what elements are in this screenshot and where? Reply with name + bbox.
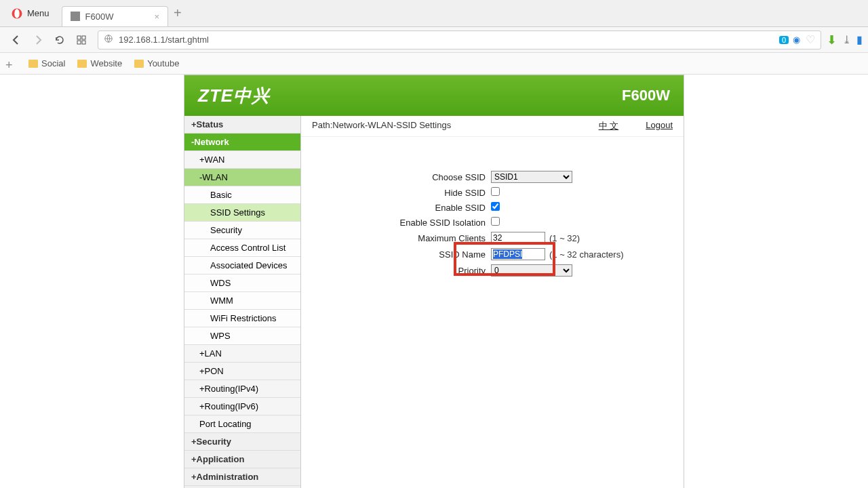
bookmark-youtube[interactable]: Youtube [134,58,179,68]
nav-administration[interactable]: +Administration [184,468,300,486]
browser-tab[interactable]: F600W × [62,6,169,26]
max-clients-label: Maximum Clients [321,233,491,243]
nav-wlan-wmm[interactable]: WMM [184,292,300,310]
nav-lan[interactable]: +LAN [184,345,300,363]
nav-wan[interactable]: +WAN [184,151,300,169]
choose-ssid-label: Choose SSID [321,172,491,182]
nav-wlan-security[interactable]: Security [184,222,300,239]
enable-isolation-checkbox[interactable] [491,217,500,226]
svg-rect-4 [77,41,81,44]
priority-label: Priority [321,266,491,276]
sidebar-panel-icon[interactable]: ▮ [856,33,863,46]
new-tab-button[interactable]: + [174,5,182,21]
lang-link[interactable]: 中 文 [599,120,619,132]
download-small-icon[interactable]: ⤓ [842,33,851,46]
ssid-name-hint: (1 ~ 32 characters) [549,249,623,260]
menu-label: Menu [27,8,50,18]
bookmarks-bar: + Social Website Youtube [0,53,868,75]
enable-isolation-label: Enable SSID Isolation [321,218,491,228]
opera-icon [11,7,23,20]
url-text: 192.168.1.1/start.ghtml [119,35,209,45]
ssid-name-input[interactable]: PFDPSI [491,248,545,260]
logout-link[interactable]: Logout [646,120,673,132]
svg-rect-5 [82,41,85,44]
browser-menu-button[interactable]: Menu [4,5,56,22]
globe-icon [104,34,113,45]
grid-icon [76,35,87,45]
bookmark-website[interactable]: Website [77,58,122,68]
enable-ssid-checkbox[interactable] [491,202,500,211]
url-bar[interactable]: 192.168.1.1/start.ghtml 0 ◉ ♡ [98,30,821,49]
nav-application[interactable]: +Application [184,451,300,468]
nav-routing6[interactable]: +Routing(IPv6) [184,398,300,415]
priority-select[interactable]: 0 [491,264,572,277]
add-bookmark-button[interactable]: + [5,58,16,69]
ssid-name-label: SSID Name [321,249,491,260]
nav-routing4[interactable]: +Routing(IPv4) [184,380,300,398]
nav-wlan-basic[interactable]: Basic [184,186,300,204]
nav-security[interactable]: +Security [184,433,300,451]
nav-network[interactable]: -Network [184,134,300,151]
heart-icon[interactable]: ♡ [806,33,815,46]
nav-port-locating[interactable]: Port Locating [184,415,300,433]
enable-ssid-label: Enable SSID [321,203,491,213]
back-arrow-icon [11,35,22,45]
breadcrumb: Path:Network-WLAN-SSID Settings [312,120,451,132]
tab-favicon [71,12,80,21]
nav-wlan-assoc[interactable]: Associated Devices [184,257,300,274]
nav-pon[interactable]: +PON [184,363,300,380]
nav-status[interactable]: +Status [184,116,300,134]
speed-dial-button[interactable] [72,30,91,49]
tab-title: F600W [85,12,114,22]
folder-icon [28,60,38,68]
bookmark-social[interactable]: Social [28,58,65,68]
forward-arrow-icon [33,35,43,45]
nav-wlan-wifi-restrictions[interactable]: WiFi Restrictions [184,310,300,327]
svg-point-1 [14,9,20,18]
sidebar: +Status -Network +WAN -WLAN Basic SSID S… [184,116,301,488]
svg-rect-2 [77,36,81,39]
browser-tab-bar: Menu F600W × + [0,0,868,27]
nav-wlan-acl[interactable]: Access Control List [184,239,300,257]
content-header: Path:Network-WLAN-SSID Settings 中 文 Logo… [301,116,684,137]
nav-wlan-wps[interactable]: WPS [184,327,300,345]
router-header: ZTE中兴 F600W [184,75,684,116]
nav-wlan-ssid-settings[interactable]: SSID Settings [184,204,300,222]
form-area: Choose SSID SSID1 Hide SSID Enable SSID … [301,137,684,294]
folder-icon [77,60,87,68]
router-model: F600W [622,87,670,104]
hide-ssid-label: Hide SSID [321,188,491,198]
forward-button[interactable] [28,30,47,49]
svg-rect-3 [82,36,85,39]
blocker-badge[interactable]: 0 [779,36,789,44]
nav-wlan[interactable]: -WLAN [184,169,300,186]
reload-icon [54,35,65,45]
reload-button[interactable] [50,30,69,49]
folder-icon [134,60,144,68]
content-area: Path:Network-WLAN-SSID Settings 中 文 Logo… [301,116,684,488]
choose-ssid-select[interactable]: SSID1 [491,171,572,183]
router-logo: ZTE中兴 [198,84,270,108]
downloads-icon[interactable]: ⬇ [827,33,837,47]
router-page: ZTE中兴 F600W +Status -Network +WAN -WLAN … [0,75,868,488]
tab-close-icon[interactable]: × [154,12,159,22]
back-button[interactable] [7,30,26,49]
hide-ssid-checkbox[interactable] [491,187,500,196]
max-clients-input[interactable] [491,232,545,244]
max-clients-hint: (1 ~ 32) [549,233,580,243]
shield-icon[interactable]: ◉ [793,35,800,45]
browser-nav-bar: 192.168.1.1/start.ghtml 0 ◉ ♡ ⬇ ⤓ ▮ [0,27,868,53]
nav-wlan-wds[interactable]: WDS [184,274,300,292]
